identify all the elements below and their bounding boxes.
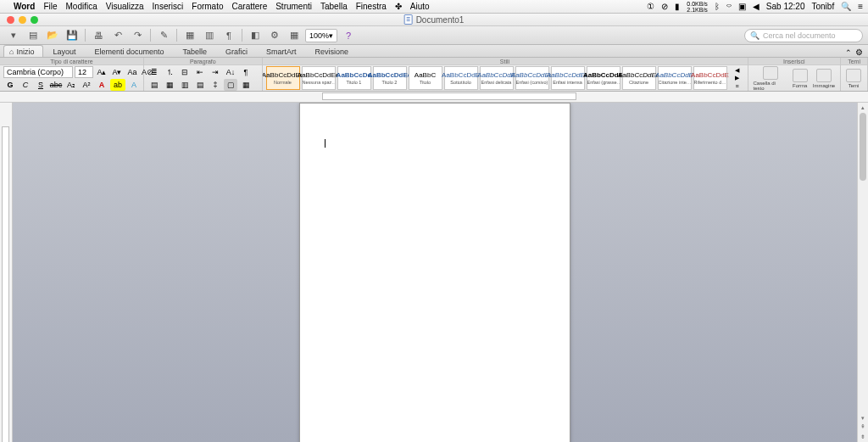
ribbon-settings-icon[interactable]: ⚙ <box>855 48 863 57</box>
line-spacing-button[interactable]: ‡ <box>209 79 222 91</box>
open-button[interactable]: 📂 <box>44 28 61 43</box>
scroll-down-arrow[interactable]: ▾ <box>860 415 866 422</box>
print-button[interactable]: 🖶 <box>90 28 107 43</box>
bluetooth-icon[interactable]: ᛒ <box>715 2 720 11</box>
notifications-icon[interactable]: ≡ <box>858 2 863 11</box>
shrink-font-button[interactable]: A▾ <box>110 66 124 78</box>
style-enfasi-grasse-[interactable]: AaBbCcDdEEnfasi (grasse… <box>587 66 620 90</box>
document-search[interactable]: 🔍 Cerca nel documento <box>744 29 863 42</box>
menu-aiuto[interactable]: Aiuto <box>410 2 430 11</box>
vertical-scrollbar[interactable]: ▴ ▾ ⇞ ⇟ <box>857 103 868 442</box>
menu-tabella[interactable]: Tabella <box>320 2 348 11</box>
styles-list-button[interactable]: ≡ <box>731 82 744 89</box>
style-enfasi-delicata[interactable]: AaBbCcDdEEnfasi delicata <box>480 66 514 90</box>
minimize-window-button[interactable] <box>19 16 26 24</box>
tab-inizio[interactable]: ⌂Inizio <box>3 45 43 57</box>
help-button[interactable]: ? <box>340 28 357 43</box>
undo-button[interactable]: ↶ <box>109 28 126 43</box>
text-effects-button[interactable]: A <box>127 79 141 91</box>
style-nessuna-spaz-[interactable]: AaBbCcDdEeNessuna spaz… <box>302 66 336 90</box>
ribbon-collapse-icon[interactable]: ⌃ <box>845 48 852 57</box>
sidebar-button[interactable]: ◧ <box>247 28 264 43</box>
style-titolo[interactable]: AaBbCTitolo <box>409 66 442 90</box>
font-color-button[interactable]: A <box>95 79 108 91</box>
media-button[interactable]: ▦ <box>286 28 303 43</box>
tab-tabelle[interactable]: Tabelle <box>174 45 217 57</box>
tab-elementi-documento[interactable]: Elementi documento <box>85 45 173 57</box>
scroll-up-arrow[interactable]: ▴ <box>860 104 866 111</box>
display-icon[interactable]: ▣ <box>738 2 746 11</box>
align-left-button[interactable]: ▤ <box>147 79 161 91</box>
redo-button[interactable]: ↷ <box>129 28 146 43</box>
font-name-combo[interactable]: Cambria (Corpo) <box>3 66 73 78</box>
document-scroll-area[interactable] <box>13 103 857 442</box>
scroll-thumb[interactable] <box>860 113 866 181</box>
style-enfasi-corsivo-[interactable]: AaBbCcDdEeEnfasi (corsivo) <box>515 66 549 90</box>
wifi-icon[interactable]: ⌔ <box>726 2 732 11</box>
volume-icon[interactable]: ◀ <box>753 2 760 11</box>
next-page-arrow[interactable]: ⇟ <box>860 434 866 440</box>
insert-casella-di-testo[interactable]: Casella di testo <box>752 66 789 91</box>
superscript-button[interactable]: A² <box>80 79 93 91</box>
menu-finestra[interactable]: Finestra <box>356 2 387 11</box>
new-template-button[interactable]: ▤ <box>25 28 42 43</box>
close-window-button[interactable] <box>7 16 14 24</box>
grow-font-button[interactable]: A▴ <box>95 66 108 78</box>
app-name[interactable]: Word <box>14 2 35 11</box>
menu-carattere[interactable]: Carattere <box>232 2 268 11</box>
document-page[interactable] <box>299 103 570 442</box>
subscript-button[interactable]: A₂ <box>64 79 78 91</box>
bold-button[interactable]: G <box>3 79 17 91</box>
zoom-window-button[interactable] <box>31 16 38 24</box>
numbering-button[interactable]: ⒈ <box>163 66 176 78</box>
sort-button[interactable]: A↓ <box>224 66 237 78</box>
styles-scroll-left[interactable]: ◀ <box>731 67 744 74</box>
style-riferimento-d-[interactable]: AaBbCcDdERiferimento d… <box>693 66 727 90</box>
menu-modifica[interactable]: Modifica <box>66 2 97 11</box>
menu-formato[interactable]: Formato <box>192 2 223 11</box>
bullets-button[interactable]: ≣ <box>147 66 161 78</box>
prev-page-arrow[interactable]: ⇞ <box>860 423 866 430</box>
show-button[interactable]: ¶ <box>220 28 237 43</box>
align-right-button[interactable]: ▥ <box>178 79 192 91</box>
spotlight-icon[interactable]: 🔍 <box>841 2 851 11</box>
menu-strumenti[interactable]: Strumenti <box>275 2 312 11</box>
style-titolo-1[interactable]: AaBbCcDdTitolo 1 <box>337 66 371 90</box>
zoom-combo[interactable]: 100% ▾ <box>305 29 337 42</box>
italic-button[interactable]: C <box>19 79 32 91</box>
columns-button[interactable]: ▥ <box>201 28 218 43</box>
clock[interactable]: Sab 12:20 <box>766 2 805 11</box>
style-citazione[interactable]: AaBbCcDdEeCitazione <box>622 66 656 90</box>
style-titolo-2[interactable]: AaBbCcDdEeTitolo 2 <box>373 66 407 90</box>
font-size-combo[interactable]: 12 <box>75 66 93 78</box>
strikethrough-button[interactable]: abc <box>49 79 63 91</box>
menu-visualizza[interactable]: Visualizza <box>106 2 144 11</box>
style-citazione-inte-[interactable]: AaBbCcDdECitazione inte… <box>658 66 692 90</box>
battery-icon[interactable]: ▮ <box>675 2 680 11</box>
style-sottotitolo[interactable]: AaBbCcDdESottotitolo <box>444 66 478 90</box>
borders-button[interactable]: ▦ <box>239 79 253 91</box>
tab-revisione[interactable]: Revisione <box>306 45 359 57</box>
new-doc-button[interactable]: ▾ <box>5 28 22 43</box>
change-case-button[interactable]: Aa <box>125 66 139 78</box>
menu-file[interactable]: File <box>43 2 57 11</box>
multilevel-list-button[interactable]: ⊟ <box>178 66 192 78</box>
themes-button[interactable]: Temi <box>844 69 863 88</box>
insert-immagine[interactable]: Immagine <box>811 69 837 88</box>
styles-scroll-right[interactable]: ▶ <box>731 75 744 81</box>
highlight-button[interactable]: ab <box>110 79 125 91</box>
tab-layout[interactable]: Layout <box>43 45 85 57</box>
vertical-ruler[interactable] <box>0 103 13 442</box>
style-enfasi-intensa[interactable]: AaBbCcDdEeEnfasi intensa <box>551 66 585 90</box>
save-button[interactable]: 💾 <box>64 28 81 43</box>
style-normale[interactable]: AaBbCcDdEeNormale <box>266 66 300 90</box>
increase-indent-button[interactable]: ⇥ <box>209 66 222 78</box>
status-icon[interactable]: ① <box>647 2 654 11</box>
shading-button[interactable]: ▢ <box>224 79 237 91</box>
format-painter-button[interactable]: ✎ <box>155 28 172 43</box>
horizontal-ruler[interactable] <box>0 92 868 103</box>
help-icon[interactable]: ✤ <box>395 2 402 11</box>
show-paragraph-button[interactable]: ¶ <box>239 66 253 78</box>
tables-button[interactable]: ▦ <box>181 28 198 43</box>
align-center-button[interactable]: ▦ <box>163 79 176 91</box>
